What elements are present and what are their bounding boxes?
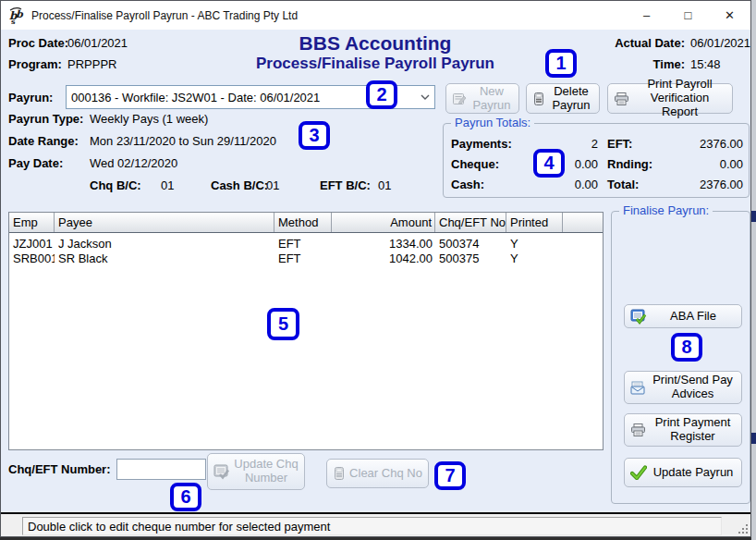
title-bar: b b s Process/Finalise Payroll Payrun - … [1, 1, 750, 30]
chq-bc-label: Chq B/C: [90, 178, 141, 192]
eft-bc-value: 01 [378, 178, 391, 192]
callout-5: 5 [267, 308, 299, 340]
maximize-button[interactable]: □ [667, 1, 709, 30]
totals-row: Payments: 2 EFT: 2376.00 [451, 137, 743, 152]
cell-method: EFT [274, 237, 332, 251]
cell-payee: J Jackson [55, 237, 274, 251]
proc-date-label: Proc Date: [8, 36, 68, 50]
printer-icon [614, 92, 629, 106]
totals-label: Cash: [451, 178, 536, 192]
print-send-pay-advices-button[interactable]: Print/Send Pay Advices [624, 371, 742, 404]
print-payment-register-label: Print Payment Register [648, 416, 738, 444]
shredder-bin-icon [532, 92, 545, 106]
date-range-label: Date Range: [8, 134, 79, 148]
column-header-payee[interactable]: Payee [55, 213, 274, 232]
table-body: JZJ001 J Jackson EFT 1334.00 500374 Y SR… [9, 233, 603, 265]
callout-4: 4 [533, 149, 565, 178]
column-header-printed[interactable]: Printed [506, 213, 563, 232]
new-payrun-button[interactable]: New Payrun [445, 83, 519, 114]
cell-chq-eft-no: 500374 [435, 237, 506, 251]
payrun-selected-value: 000136 - Workfile: JS2W01 - Date: 06/01/… [67, 91, 416, 104]
clear-chq-no-label: Clear Chq No [348, 467, 424, 481]
delete-payrun-label: Delete Payrun [547, 85, 595, 113]
payrun-totals-group: Payrun Totals: Payments: 2 EFT: 2376.00 … [443, 123, 750, 198]
pay-date-value: Wed 02/12/2020 [90, 156, 177, 170]
table-header: Emp Payee Method Amount Chq/EFT No Print… [9, 213, 603, 233]
edge-artifact [751, 433, 756, 444]
totals-value: 2376.00 [665, 178, 743, 192]
svg-text:b: b [16, 8, 24, 20]
cell-chq-eft-no: 500375 [435, 252, 506, 265]
resize-grip[interactable] [737, 522, 748, 534]
cell-emp: SRB001 [9, 252, 55, 265]
disk-check-icon [630, 309, 647, 325]
totals-label: Cheque: [451, 157, 536, 172]
totals-row: Cash: 0.00 Total: 2376.00 [451, 178, 743, 192]
status-message: Double click to edit cheque number for s… [22, 517, 722, 535]
time-value: 15:48 [690, 57, 721, 71]
close-button[interactable]: ✕ [709, 1, 750, 30]
eft-bc-label: EFT B/C: [320, 178, 371, 192]
app-window: b b s Process/Finalise Payroll Payrun - … [0, 0, 751, 537]
pay-date-label: Pay Date: [8, 156, 63, 170]
actual-date-label: Actual Date: [574, 36, 685, 50]
totals-label: Rnding: [607, 157, 665, 172]
table-row[interactable]: JZJ001 J Jackson EFT 1334.00 500374 Y [9, 236, 603, 251]
totals-label: Total: [607, 178, 665, 192]
callout-3: 3 [299, 121, 330, 150]
payrun-type-value: Weekly Pays (1 week) [90, 112, 208, 126]
screen-edge-strip [751, 0, 756, 540]
new-document-icon [452, 92, 467, 106]
table-row[interactable]: SRB001 SR Black EFT 1042.00 500375 Y [9, 251, 603, 265]
chq-eft-number-label: Chq/EFT Number: [8, 462, 111, 476]
chq-eft-number-input[interactable] [116, 459, 206, 480]
payments-table: Emp Payee Method Amount Chq/EFT No Print… [8, 212, 604, 450]
aba-file-button[interactable]: ABA File [624, 304, 742, 328]
callout-1: 1 [545, 49, 577, 78]
payrun-type-label: Payrun Type: [8, 112, 83, 126]
callout-2: 2 [366, 80, 397, 109]
program-label: Program: [8, 57, 62, 71]
update-chq-number-button[interactable]: Update Chq Number [207, 453, 305, 490]
totals-label: EFT: [607, 137, 665, 152]
svg-text:s: s [11, 17, 16, 25]
edge-artifact [751, 211, 756, 222]
totals-row: Cheque: 0.00 Rnding: 0.00 [451, 157, 743, 172]
totals-value: 2376.00 [665, 137, 743, 152]
cell-method: EFT [274, 252, 332, 265]
new-payrun-label: New Payrun [469, 85, 515, 113]
update-payrun-button[interactable]: Update Payrun [624, 458, 742, 487]
actual-date-value: 06/01/2021 [690, 36, 750, 50]
totals-label: Payments: [451, 137, 536, 152]
aba-file-label: ABA File [649, 310, 738, 324]
payrun-totals-title: Payrun Totals: [451, 116, 534, 129]
chq-bc-value: 01 [161, 178, 174, 192]
status-bar: Double click to edit cheque number for s… [1, 512, 750, 536]
column-header-amount[interactable]: Amount [332, 213, 435, 232]
cell-amount: 1042.00 [332, 252, 435, 265]
print-verification-label: Print Payroll Verification Report [631, 78, 728, 119]
callout-8: 8 [671, 333, 702, 362]
disk-check-icon-disabled [213, 464, 230, 480]
chevron-down-icon[interactable] [416, 86, 434, 108]
minimize-button[interactable]: – [626, 1, 667, 30]
cell-payee: SR Black [55, 252, 274, 265]
green-check-icon [630, 465, 647, 480]
delete-payrun-button[interactable]: Delete Payrun [526, 83, 600, 114]
totals-value: 0.00 [665, 157, 743, 172]
column-header-method[interactable]: Method [274, 213, 332, 232]
time-label: Time: [574, 57, 685, 71]
column-header-emp[interactable]: Emp [9, 213, 55, 232]
payrun-label: Payrun: [8, 91, 53, 104]
print-payment-register-button[interactable]: Print Payment Register [624, 413, 742, 447]
window-title: Process/Finalise Payroll Payrun - ABC Tr… [31, 9, 298, 22]
screen: b b s Process/Finalise Payroll Payrun - … [0, 0, 756, 540]
update-payrun-label: Update Payrun [649, 466, 738, 480]
cash-bc-label: Cash B/C: [211, 178, 268, 192]
update-chq-number-label: Update Chq Number [232, 458, 300, 485]
clear-chq-no-button[interactable]: Clear Chq No [326, 459, 429, 488]
column-header-chq-eft-no[interactable]: Chq/EFT No [435, 213, 506, 232]
printer-icon [630, 423, 646, 437]
finalise-payrun-title: Finalise Payrun: [619, 203, 713, 217]
print-verification-button[interactable]: Print Payroll Verification Report [607, 83, 733, 114]
